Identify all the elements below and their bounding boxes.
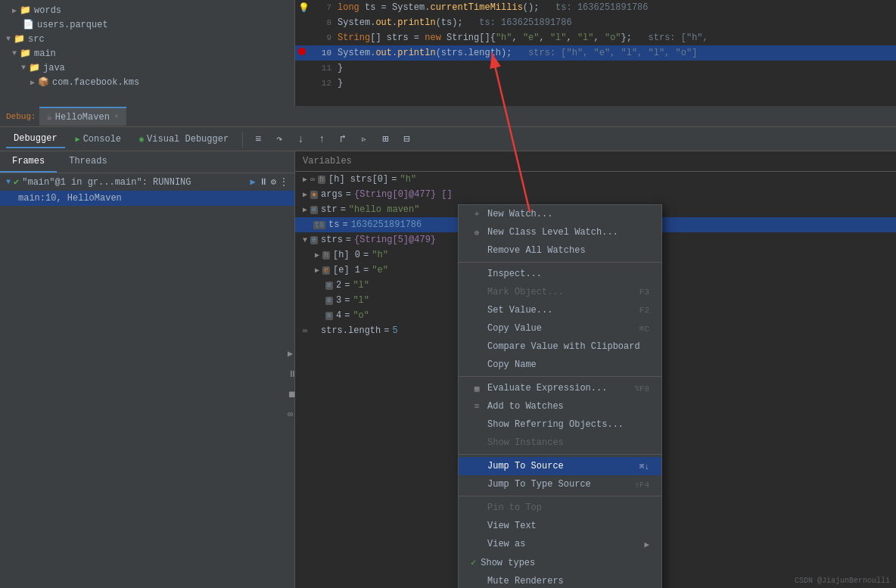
menu-sep-4 [459, 496, 661, 496]
menu-view-as[interactable]: View as ▶ [459, 535, 661, 553]
menu-add-watch-icon: ≡ [471, 402, 483, 411]
line-num-12: 12 [310, 79, 331, 88]
var-expand-arrow: ▶ [303, 175, 307, 184]
menu-instances[interactable]: Show Instances [459, 434, 661, 452]
menu-mute-renderers[interactable]: Mute Renderers [459, 572, 661, 588]
tab-hello-maven[interactable]: ☕ HelloMaven × [39, 107, 126, 126]
tab-close-btn[interactable]: × [114, 113, 119, 121]
var-row-strs0[interactable]: ▶ ∞ h [h] strs[0] = "h" [295, 172, 896, 187]
menu-inspect-label: Inspect... [487, 269, 542, 279]
thread-controls: ▶ ⏸ ⚙ ⋮ [250, 176, 288, 188]
menu-pin-label: Pin to Top [487, 502, 542, 513]
var-row-args[interactable]: ▶ ● args = {String[0]@477} [] [295, 187, 896, 202]
resume-btn[interactable]: ▶ [250, 176, 256, 188]
toolbar-btn-step-out[interactable]: ↑ [313, 130, 331, 148]
tree-label: words [34, 5, 61, 16]
menu-referring[interactable]: Show Referring Objects... [459, 415, 661, 434]
tree-item-facebook[interactable]: ▶ 📦 com.facebook.kms [0, 75, 294, 89]
file-tree: ▶ 📁 words 📄 users.parquet ▼ 📁 src ▼ 📁 ma… [0, 0, 295, 106]
var-eq: = [346, 235, 351, 245]
menu-evaluate[interactable]: ▦ Evaluate Expression... ⌥F8 [459, 379, 661, 397]
menu-remove-watches[interactable]: Remove All Watches [459, 241, 661, 260]
line-num-10: 10 [310, 48, 331, 58]
var-val: "l" [353, 295, 369, 306]
menu-copy-value[interactable]: Copy Value ⌘C [459, 319, 661, 338]
code-content-8: System.out.println(ts); ts: 163625189178… [338, 17, 572, 28]
menu-new-watch[interactable]: + New Watch... [459, 205, 661, 223]
tab-debugger[interactable]: Debugger [6, 130, 65, 148]
var-val: {String[5]@479} [354, 235, 436, 245]
frames-tab[interactable]: Frames [0, 151, 57, 173]
more-btn[interactable]: ⋮ [279, 176, 288, 188]
toolbar-btn-run-cursor[interactable]: ↱ [334, 130, 352, 148]
file-icon: 📄 [23, 19, 34, 30]
var-eq: = [344, 280, 350, 291]
var-name: [h] 0 [333, 250, 360, 260]
frame-row-selected[interactable]: main:10, HelloMaven [0, 191, 294, 206]
toolbar-btn-columns[interactable]: ⊟ [397, 130, 415, 148]
menu-remove-label: Remove All Watches [487, 245, 586, 256]
menu-copy-name[interactable]: Copy Name [459, 356, 661, 374]
tree-item-parquet[interactable]: 📄 users.parquet [0, 17, 294, 32]
menu-view-text[interactable]: View Text [459, 517, 661, 535]
code-line-9: 9 String[] strs = new String[]{"h", "e",… [295, 30, 896, 45]
toolbar-btn-step-over[interactable]: ↷ [270, 130, 288, 148]
tree-arrow: ▼ [21, 64, 26, 72]
filter-btn[interactable]: ⚙ [271, 176, 276, 188]
menu-copy-label: Copy Value [487, 323, 542, 334]
tree-item-java[interactable]: ▼ 📁 java [0, 61, 294, 75]
thread-row[interactable]: ▼ ✔ "main"@1 in gr...main": RUNNING ▶ ⏸ … [0, 173, 294, 191]
var-icon-h: h [318, 176, 325, 184]
var-val: "hello maven" [349, 204, 420, 215]
toolbar-btn-list[interactable]: ≡ [249, 130, 267, 148]
tree-item-main[interactable]: ▼ 📁 main [0, 46, 294, 61]
pause-btn[interactable]: ⏸ [259, 176, 268, 188]
menu-show-types[interactable]: ✓ Show types [459, 553, 661, 572]
inf-sym2: ∞ [303, 327, 307, 335]
menu-copy-name-label: Copy Name [487, 359, 537, 370]
var-val: {String[0]@477} [] [354, 189, 453, 200]
menu-class-watch-icon: ⊕ [471, 228, 483, 238]
code-content-7: long ts = System.currentTimeMillis(); ts… [338, 2, 649, 13]
green-check-icon: ✔ [14, 176, 19, 188]
threads-tab[interactable]: Threads [57, 151, 119, 173]
tab-visual-debugger[interactable]: ◉ Visual Debugger [132, 131, 236, 148]
folder-icon-package: 📦 [38, 76, 49, 88]
tree-arrow: ▼ [12, 49, 17, 58]
toolbar: Debugger ▶ Console ◉ Visual Debugger ≡ ↷… [0, 127, 896, 151]
vd-label: Visual Debugger [147, 134, 229, 145]
menu-view-text-label: View Text [487, 521, 537, 531]
menu-referring-label: Show Referring Objects... [487, 419, 624, 430]
toolbar-btn-eval[interactable]: ▹ [355, 130, 373, 148]
menu-instances-label: Show Instances [487, 437, 564, 448]
tab-console[interactable]: ▶ Console [68, 131, 129, 148]
var-eq: = [344, 295, 350, 306]
vd-icon: ◉ [139, 135, 144, 144]
variables-header: Variables [295, 151, 896, 172]
toolbar-btn-step-into[interactable]: ↓ [291, 130, 310, 148]
var-eq: = [363, 265, 369, 275]
menu-set-value[interactable]: Set Value... F2 [459, 301, 661, 319]
menu-class-watch-label: New Class Level Watch... [487, 227, 618, 238]
var-name: [h] strs[0] [328, 174, 388, 185]
tree-item-src[interactable]: ▼ 📁 src [0, 32, 294, 46]
tree-label: main [34, 48, 56, 59]
menu-compare-value[interactable]: Compare Value with Clipboard [459, 338, 661, 356]
menu-jump-source[interactable]: Jump To Source ⌘↓ [459, 457, 661, 475]
tree-item-words[interactable]: ▶ 📁 words [0, 3, 294, 17]
menu-add-watches[interactable]: ≡ Add to Watches [459, 397, 661, 415]
menu-mark-object[interactable]: Mark Object... F3 [459, 283, 661, 301]
bottom-panel: Frames Threads ▼ ✔ "main"@1 in gr...main… [0, 151, 896, 588]
menu-mute-label: Mute Renderers [487, 576, 564, 586]
watermark: CSDN @JiajunBernoulli [795, 577, 890, 585]
menu-add-watch-label: Add to Watches [487, 401, 564, 412]
frames-tabs: Frames Threads [0, 151, 294, 173]
menu-pin-top[interactable]: Pin to Top [459, 499, 661, 517]
toolbar-btn-grid[interactable]: ⊞ [376, 130, 394, 148]
menu-class-watch[interactable]: ⊕ New Class Level Watch... [459, 223, 661, 241]
code-editor: 💡 7 long ts = System.currentTimeMillis()… [295, 0, 896, 106]
var-expand-arrow: ▶ [315, 266, 319, 275]
menu-show-types-label: Show types [481, 558, 535, 568]
menu-jump-type[interactable]: Jump To Type Source ⇧F4 [459, 475, 661, 493]
menu-inspect[interactable]: Inspect... [459, 265, 661, 283]
